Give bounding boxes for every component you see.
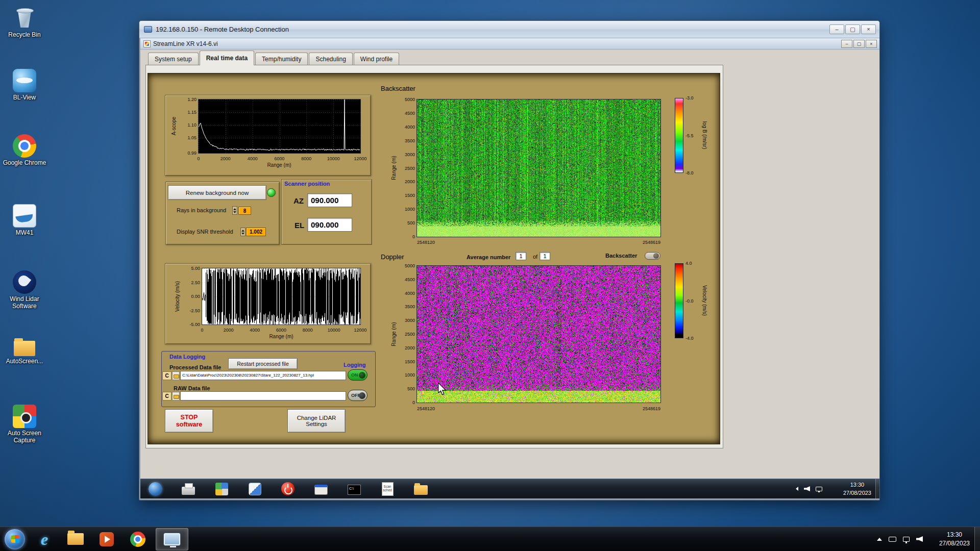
tab-scheduling[interactable]: Scheduling bbox=[309, 53, 352, 65]
remote-network-icon[interactable] bbox=[816, 487, 822, 491]
host-tray bbox=[877, 527, 923, 551]
tab-temp-humidity[interactable]: Temp/humidity bbox=[255, 53, 308, 65]
remote-volume-icon[interactable] bbox=[804, 486, 810, 491]
wind-lidar-software-icon[interactable]: Wind Lidar Software bbox=[1, 270, 48, 310]
raw-browse-button[interactable] bbox=[172, 392, 180, 400]
recycle-bin-icon[interactable]: Recycle Bin bbox=[1, 6, 48, 38]
processed-drive-selector[interactable]: C bbox=[162, 371, 172, 380]
printer-icon[interactable] bbox=[179, 481, 198, 497]
rdp-titlebar[interactable]: 192.168.0.150 - Remote Desktop Connectio… bbox=[139, 21, 879, 38]
axis-tick-label: 8000 bbox=[298, 328, 318, 333]
processed-logging-toggle[interactable]: ON bbox=[348, 369, 368, 381]
backscatter-toggle[interactable] bbox=[645, 252, 660, 260]
network-icon[interactable] bbox=[903, 537, 910, 542]
grid-app-icon[interactable] bbox=[212, 481, 231, 497]
input-indicator-icon[interactable] bbox=[889, 537, 896, 542]
velocity-plot bbox=[202, 268, 360, 324]
stop-software-button[interactable]: STOP software bbox=[165, 409, 213, 433]
internet-explorer-icon[interactable]: e bbox=[31, 528, 58, 550]
doppler-plot-title: Doppler bbox=[381, 253, 404, 261]
renew-background-button[interactable]: Renew background now bbox=[168, 185, 266, 200]
rdp-window: 192.168.0.150 - Remote Desktop Connectio… bbox=[139, 20, 880, 500]
el-field[interactable]: 090.000 bbox=[307, 218, 352, 232]
rays-spinner[interactable] bbox=[232, 206, 237, 215]
command-prompt-icon[interactable]: C:\ bbox=[345, 481, 364, 497]
tab-wind-profile[interactable]: Wind profile bbox=[354, 53, 399, 65]
orb-glyph bbox=[5, 529, 25, 549]
backscatter-plot-frame bbox=[416, 99, 661, 237]
tab-system-setup[interactable]: System setup bbox=[148, 53, 199, 65]
host-taskbar: e 13:30 27/08/2023 bbox=[0, 527, 980, 551]
raw-logging-toggle[interactable]: OFF bbox=[348, 390, 368, 401]
axis-tick-label: 500 bbox=[398, 220, 415, 226]
volume-icon[interactable] bbox=[916, 536, 923, 542]
axis-tick-label: 0 bbox=[192, 328, 212, 333]
windows-explorer-icon[interactable] bbox=[62, 528, 89, 550]
axis-tick-label: 2548120 bbox=[417, 240, 458, 245]
show-hidden-icons-button[interactable] bbox=[877, 538, 882, 541]
snr-spinner[interactable] bbox=[240, 228, 246, 236]
ie-glyph: e bbox=[41, 532, 48, 547]
scan-sched-icon[interactable]: Scan sched bbox=[378, 481, 397, 497]
rdp-taskbar-button[interactable] bbox=[156, 528, 188, 550]
rdp-maximize-button[interactable]: ▢ bbox=[845, 24, 860, 34]
processed-data-file-label: Processed Data file bbox=[169, 364, 222, 370]
change-button-line2: Settings bbox=[306, 421, 327, 427]
backscatter-colorbar bbox=[675, 98, 683, 173]
axis-tick-label: 4000 bbox=[398, 291, 415, 296]
axis-tick-label: 0.00 bbox=[181, 294, 200, 299]
app-minimize-button[interactable]: – bbox=[841, 40, 852, 48]
az-field[interactable]: 090.000 bbox=[307, 193, 352, 207]
rdp-close-button[interactable]: × bbox=[861, 24, 876, 34]
axis-tick-label: 4000 bbox=[244, 328, 265, 333]
labview-panel: Backscatter Doppler A-scope Range (m) Ve… bbox=[148, 73, 720, 444]
google-chrome-icon[interactable]: Google Chrome bbox=[1, 134, 48, 166]
auto-screen-capture-icon[interactable]: Auto Screen Capture bbox=[1, 405, 48, 444]
average-number-field[interactable]: 1 bbox=[516, 252, 526, 260]
rdp-minimize-button[interactable]: – bbox=[829, 24, 844, 34]
axis-tick-label: 2548120 bbox=[417, 406, 458, 411]
average-total-field[interactable]: 1 bbox=[540, 252, 550, 260]
scanner-position-title: Scanner position bbox=[284, 181, 330, 187]
grid-glyph bbox=[215, 483, 228, 495]
app-restore-button[interactable]: ▢ bbox=[853, 40, 865, 48]
raw-path-field[interactable] bbox=[180, 391, 346, 400]
tab-page-real-time-data: Backscatter Doppler A-scope Range (m) Ve… bbox=[145, 65, 723, 448]
axis-tick-label: 2548619 bbox=[620, 240, 660, 245]
media-player-icon[interactable] bbox=[93, 528, 120, 550]
mw41-glyph bbox=[13, 204, 36, 228]
autoscreen-folder-icon[interactable]: AutoScreen... bbox=[1, 336, 48, 365]
axis-tick-label: 10000 bbox=[323, 156, 344, 161]
processed-path-field[interactable]: C:\Lidar\Data\Proc\2023\202308\20230827\… bbox=[180, 371, 346, 380]
tab-real-time-data[interactable]: Real time data bbox=[200, 51, 254, 65]
host-clock[interactable]: 13:30 27/08/2023 bbox=[939, 531, 970, 548]
snr-threshold-field[interactable]: 1.002 bbox=[246, 228, 266, 236]
xp-window-icon[interactable] bbox=[311, 481, 331, 497]
power-off-icon[interactable] bbox=[278, 481, 298, 497]
app-titlebar[interactable]: StreamLine XR v14-6.vi –▢× bbox=[140, 38, 879, 49]
show-desktop-button[interactable] bbox=[974, 527, 980, 551]
rays-in-background-field[interactable]: 8 bbox=[238, 207, 251, 215]
start-button[interactable] bbox=[3, 528, 27, 550]
remote-start-button[interactable] bbox=[145, 481, 165, 497]
mw41-icon[interactable]: MW41 bbox=[1, 204, 48, 236]
backscatter-y-axis-title: Range (m) bbox=[391, 140, 397, 196]
axis-tick-label: 10000 bbox=[324, 328, 344, 333]
change-lidar-settings-button[interactable]: Change LiDAR Settings bbox=[287, 409, 346, 433]
remote-clock-date: 27/08/2023 bbox=[843, 489, 871, 497]
remote-show-desktop-button[interactable] bbox=[875, 479, 879, 498]
app-close-button[interactable]: × bbox=[866, 40, 877, 48]
remote-folder-icon[interactable] bbox=[411, 481, 430, 497]
processed-browse-button[interactable] bbox=[172, 371, 180, 380]
mw-app-icon[interactable] bbox=[245, 481, 264, 497]
remote-clock[interactable]: 13:30 27/08/2023 bbox=[843, 481, 871, 497]
remote-hidden-icons-button[interactable] bbox=[796, 487, 798, 491]
chrome-taskbar-icon[interactable] bbox=[125, 528, 151, 550]
restart-processed-file-button[interactable]: Restart processed file bbox=[228, 358, 298, 369]
rdp-window-controls: –▢× bbox=[829, 24, 876, 34]
bl-view-icon[interactable]: BL-View bbox=[1, 69, 48, 101]
axis-tick-label: 1.20 bbox=[178, 97, 197, 102]
axis-tick-label: 1500 bbox=[398, 359, 415, 364]
backscatter-toggle-label: Backscatter bbox=[605, 253, 637, 259]
raw-drive-selector[interactable]: C bbox=[162, 392, 172, 400]
